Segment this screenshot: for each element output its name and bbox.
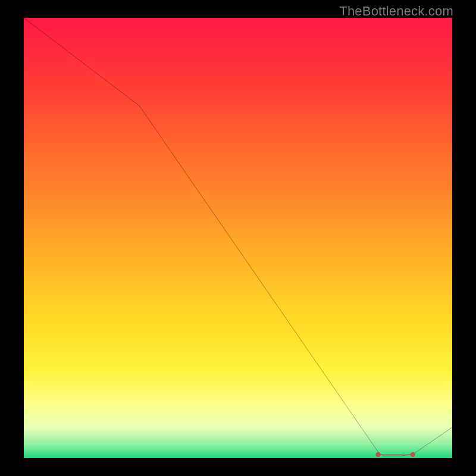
plot-area [24, 18, 452, 458]
line-chart [24, 18, 452, 458]
marker-dot-left [375, 452, 380, 457]
chart-frame: TheBottleneck.com [0, 0, 476, 476]
watermark-text: TheBottleneck.com [339, 4, 453, 19]
marker-dot-right [411, 452, 415, 457]
data-line [24, 18, 452, 456]
